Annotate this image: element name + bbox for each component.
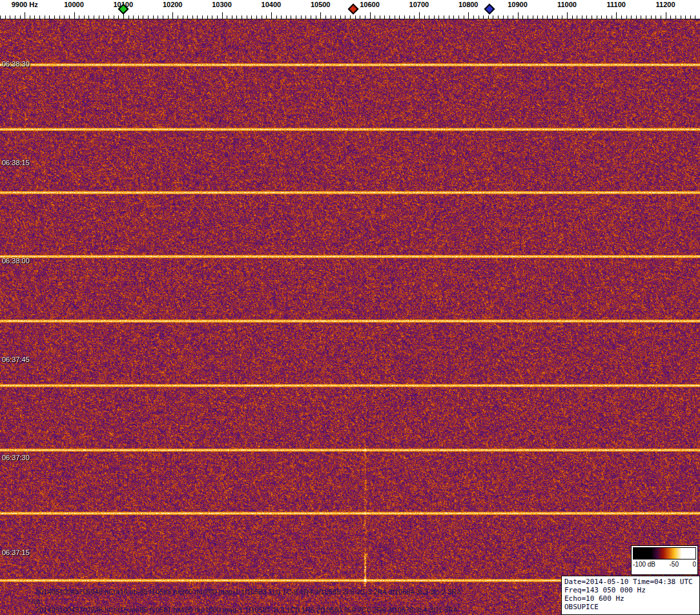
axis-tick-minor [547, 15, 548, 19]
axis-tick-minor [286, 15, 287, 19]
axis-tick-minor [325, 15, 326, 19]
axis-tick-minor [79, 15, 79, 19]
axis-tick-minor [655, 15, 656, 19]
axis-tick-minor [429, 15, 429, 19]
axis-tick-minor [473, 15, 474, 19]
axis-tick-minor [557, 15, 558, 19]
axis-tick-minor [493, 15, 493, 19]
axis-tick-minor [30, 15, 30, 19]
axis-tick-minor [301, 15, 302, 19]
axis-tick-minor [251, 15, 252, 19]
axis-tick-minor [129, 15, 129, 19]
axis-tick-minor [39, 15, 40, 19]
axis-tick-major [222, 12, 223, 19]
axis-tick-minor [646, 15, 646, 19]
axis-tick-minor [380, 15, 380, 19]
axis-label-10200: 10200 [163, 1, 183, 8]
axis-tick-major [370, 12, 371, 19]
axis-label-10400: 10400 [262, 1, 282, 8]
axis-tick-minor [542, 15, 543, 19]
axis-tick-minor [276, 15, 277, 19]
axis-tick-minor [88, 15, 89, 19]
axis-tick-minor [533, 15, 533, 19]
axis-tick-minor [389, 15, 390, 19]
axis-tick-minor [94, 15, 94, 19]
meteor-spectrogram-screen: 9900 Hz100001010010200103001040010500106… [0, 0, 700, 615]
axis-tick-major [271, 12, 272, 19]
axis-tick-minor [183, 15, 183, 19]
axis-tick-minor [266, 15, 267, 19]
marker-blue-diamond[interactable] [484, 4, 495, 15]
axis-tick-minor [670, 15, 671, 19]
axis-tick-minor [153, 15, 154, 19]
time-label: 06:38:15 [2, 159, 30, 167]
axis-tick-minor [5, 15, 6, 19]
axis-tick-minor [355, 15, 356, 19]
axis-tick-minor [192, 15, 193, 19]
axis-tick-minor [10, 15, 10, 19]
axis-tick-minor [601, 15, 602, 19]
axis-tick-minor [64, 15, 65, 19]
axis-tick-minor [537, 15, 538, 19]
axis-tick-major [468, 12, 469, 19]
axis-tick-minor [661, 15, 661, 19]
time-label: 06:38:00 [2, 257, 30, 265]
axis-tick-minor [118, 15, 119, 19]
axis-tick-minor [0, 15, 1, 19]
frequency-axis[interactable]: 9900 Hz100001010010200103001040010500106… [0, 0, 700, 19]
detection-line-2: 20140510043702248 hCnt15 nb-85 f10581 hi… [36, 606, 457, 614]
axis-tick-minor [84, 15, 85, 19]
axis-tick-minor [404, 15, 405, 19]
axis-tick-minor [444, 15, 444, 19]
axis-tick-minor [148, 15, 149, 19]
axis-tick-minor [158, 15, 158, 19]
axis-tick-minor [621, 15, 622, 19]
axis-tick-minor [582, 15, 582, 19]
axis-tick-minor [242, 15, 242, 19]
axis-tick-minor [291, 15, 291, 19]
axis-tick-minor [690, 15, 691, 19]
axis-tick-minor [528, 15, 528, 19]
axis-tick-minor [597, 15, 597, 19]
axis-label-10600: 10600 [360, 1, 380, 8]
colorbar-label-min: -100 dB [633, 561, 655, 568]
axis-tick-minor [34, 15, 35, 19]
axis-tick-minor [207, 15, 208, 19]
axis-tick-minor [651, 15, 652, 19]
info-echo: Echo=10 600 Hz [564, 594, 697, 603]
axis-label-10800: 10800 [458, 1, 479, 8]
axis-tick-minor [178, 15, 178, 19]
axis-tick-minor [281, 15, 282, 19]
marker-red-diamond[interactable] [347, 4, 358, 15]
axis-tick-minor [498, 15, 499, 19]
axis-tick-minor [409, 15, 410, 19]
time-label: 06:37:15 [2, 549, 30, 557]
axis-tick-minor [449, 15, 449, 19]
axis-tick-minor [236, 15, 237, 19]
axis-label-10300: 10300 [212, 1, 232, 8]
axis-tick-minor [577, 15, 577, 19]
axis-tick-minor [612, 15, 612, 19]
axis-tick-minor [399, 15, 400, 19]
spectrogram-canvas[interactable] [0, 19, 700, 615]
axis-tick-minor [168, 15, 169, 19]
axis-label-11000: 11000 [557, 1, 577, 8]
axis-tick-minor [438, 15, 439, 19]
axis-tick-minor [202, 15, 203, 19]
axis-tick-minor [340, 15, 341, 19]
axis-tick-minor [217, 15, 218, 19]
axis-tick-minor [49, 15, 50, 19]
axis-tick-minor [262, 15, 262, 19]
axis-tick-minor [522, 15, 523, 19]
axis-tick-minor [20, 15, 21, 19]
axis-tick-major [518, 12, 519, 19]
axis-tick-major [172, 12, 173, 19]
axis-tick-minor [626, 15, 627, 19]
time-label: 06:38:30 [2, 60, 30, 68]
axis-label-10500: 10500 [311, 1, 331, 8]
axis-tick-minor [592, 15, 592, 19]
axis-tick-minor [138, 15, 139, 19]
axis-tick-minor [675, 15, 676, 19]
colorbar-gradient [633, 547, 696, 560]
time-label: 06:37:45 [2, 356, 30, 364]
